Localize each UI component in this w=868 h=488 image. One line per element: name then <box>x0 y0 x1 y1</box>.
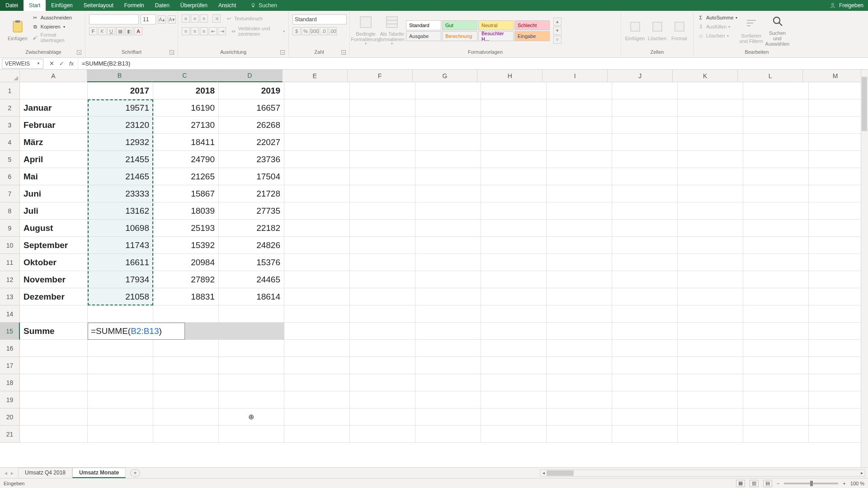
cell-style-option[interactable]: Schlecht <box>514 20 550 30</box>
cell[interactable] <box>612 185 678 202</box>
cell[interactable] <box>547 426 612 443</box>
cell[interactable]: 12932 <box>88 134 153 151</box>
cell[interactable] <box>743 82 809 99</box>
cell[interactable] <box>350 323 415 340</box>
vertical-scrollbar[interactable] <box>861 70 868 467</box>
cells-area[interactable]: 201720182019Januar195711619016657Februar… <box>20 82 868 443</box>
cell[interactable] <box>547 271 612 288</box>
conditional-formatting-button[interactable]: Bedingte Formatierung▾ <box>354 13 378 48</box>
cell[interactable] <box>743 288 809 305</box>
worksheet-grid[interactable]: ABCDEFGHIJKLM 12345678910111213141516171… <box>0 70 868 467</box>
cell[interactable]: 24790 <box>153 151 219 168</box>
cell[interactable] <box>481 254 547 271</box>
cell[interactable] <box>743 374 809 391</box>
cell[interactable] <box>350 151 415 168</box>
cell[interactable]: 23120 <box>88 117 153 134</box>
cell[interactable] <box>284 305 350 323</box>
cell[interactable] <box>612 408 678 426</box>
fill-button[interactable]: ↧Ausfüllen▾ <box>697 23 737 31</box>
ribbon-tab-start[interactable]: Start <box>24 0 46 11</box>
cell[interactable] <box>219 408 284 426</box>
font-color-button[interactable]: A <box>134 27 142 35</box>
page-layout-view-button[interactable]: ▥ <box>750 480 759 487</box>
cell[interactable]: 18831 <box>153 288 219 305</box>
zoom-in-button[interactable]: + <box>843 481 845 486</box>
cell[interactable] <box>809 288 868 305</box>
cell[interactable] <box>809 408 868 426</box>
cell[interactable] <box>612 99 678 117</box>
row-header[interactable]: 9 <box>0 220 20 237</box>
font-name-combo[interactable] <box>89 14 139 24</box>
cell[interactable]: 11743 <box>88 237 153 254</box>
cell[interactable] <box>481 134 547 151</box>
cell[interactable] <box>678 220 743 237</box>
cell[interactable] <box>481 271 547 288</box>
cell[interactable] <box>415 134 481 151</box>
cell[interactable]: 15867 <box>153 185 219 202</box>
cell[interactable] <box>678 151 743 168</box>
cell[interactable] <box>612 391 678 408</box>
cell[interactable]: 15392 <box>153 237 219 254</box>
cell[interactable] <box>415 82 481 99</box>
name-box[interactable]: VERWEIS▼ <box>2 59 43 69</box>
cell[interactable]: 22182 <box>219 220 284 237</box>
cell[interactable] <box>88 391 153 408</box>
cell[interactable] <box>153 340 219 357</box>
cell[interactable]: 24465 <box>219 271 284 288</box>
cell[interactable] <box>350 82 415 99</box>
cell[interactable]: 27130 <box>153 117 219 134</box>
formula-input[interactable]: =SUMME(B2:B13) <box>78 60 868 67</box>
cell[interactable] <box>415 374 481 391</box>
cell[interactable] <box>350 288 415 305</box>
row-header[interactable]: 16 <box>0 340 20 357</box>
cell[interactable] <box>547 151 612 168</box>
cell[interactable] <box>350 340 415 357</box>
cell[interactable] <box>678 305 743 323</box>
row-headers[interactable]: 123456789101112131415161718192021 <box>0 82 20 443</box>
cell[interactable] <box>612 117 678 134</box>
cell[interactable] <box>350 391 415 408</box>
cell[interactable] <box>612 254 678 271</box>
cell[interactable] <box>284 82 350 99</box>
cell[interactable]: 27735 <box>219 202 284 220</box>
cell[interactable]: 21265 <box>153 168 219 185</box>
cell[interactable] <box>678 408 743 426</box>
zoom-slider[interactable] <box>784 483 838 484</box>
cell[interactable] <box>88 374 153 391</box>
cell[interactable] <box>350 357 415 374</box>
cell[interactable] <box>88 340 153 357</box>
dialog-launcher-icon[interactable]: ↘ <box>341 50 346 55</box>
cell[interactable]: 17934 <box>88 271 153 288</box>
cell[interactable] <box>547 374 612 391</box>
cell[interactable] <box>547 117 612 134</box>
page-break-view-button[interactable]: ▤ <box>763 480 772 487</box>
cell[interactable] <box>743 323 809 340</box>
sheet-nav-next-icon[interactable]: ▸ <box>11 470 14 476</box>
confirm-edit-icon[interactable]: ✓ <box>58 60 65 67</box>
cell[interactable] <box>20 408 88 426</box>
cell[interactable] <box>415 220 481 237</box>
cell[interactable] <box>612 134 678 151</box>
cell-style-option[interactable]: Standard <box>406 20 441 30</box>
tell-me-search[interactable]: Suchen <box>250 2 277 9</box>
cell[interactable] <box>20 82 88 99</box>
row-header[interactable]: 10 <box>0 237 20 254</box>
cell[interactable]: 21728 <box>219 185 284 202</box>
cell[interactable] <box>20 305 88 323</box>
column-header[interactable]: I <box>542 70 608 82</box>
cell[interactable]: 16657 <box>219 99 284 117</box>
cell[interactable] <box>481 99 547 117</box>
cell[interactable] <box>415 323 481 340</box>
cell[interactable] <box>612 305 678 323</box>
cell[interactable] <box>547 288 612 305</box>
cell[interactable] <box>612 220 678 237</box>
cell[interactable]: 2017 <box>88 82 153 99</box>
cell[interactable]: 26268 <box>219 117 284 134</box>
cell[interactable] <box>809 323 868 340</box>
cell[interactable] <box>350 202 415 220</box>
cell[interactable] <box>678 185 743 202</box>
cell[interactable]: 17504 <box>219 168 284 185</box>
column-header[interactable]: K <box>673 70 738 82</box>
italic-button[interactable]: K <box>98 27 106 35</box>
cell[interactable] <box>743 185 809 202</box>
